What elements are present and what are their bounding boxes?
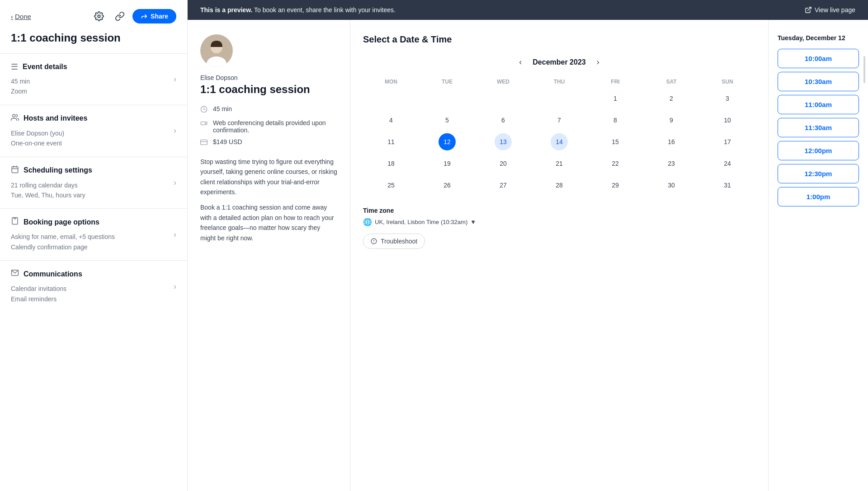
calendar-day[interactable]: 24 <box>719 155 736 172</box>
calendar-day[interactable]: 8 <box>607 112 624 129</box>
hosts-row[interactable]: Hosts and invitees Elise Dopson (you) On… <box>11 113 176 149</box>
calendar-day[interactable]: 31 <box>719 177 736 194</box>
timeslot-button[interactable]: 11:30am <box>778 118 859 137</box>
scheduling-title: Scheduling settings <box>24 166 92 174</box>
calendar-day[interactable]: 14 <box>551 133 568 150</box>
event-details-header: ☰ Event details <box>11 62 174 72</box>
comms-row[interactable]: Communications Calendar invitations Emai… <box>11 269 176 304</box>
clipboard-icon <box>11 217 19 227</box>
calendar-day[interactable]: 4 <box>382 112 400 129</box>
description-2: Book a 1:1 coaching session and come awa… <box>200 202 337 243</box>
video-icon <box>200 120 208 129</box>
timezone-selector[interactable]: 🌐 UK, Ireland, Lisbon Time (10:32am) ▼ <box>363 218 755 226</box>
timeslot-button[interactable]: 10:30am <box>778 72 859 91</box>
troubleshoot-button[interactable]: Troubleshoot <box>363 234 425 249</box>
menu-icon: ☰ <box>11 62 18 72</box>
calendar-day[interactable]: 28 <box>551 177 568 194</box>
hosts-header: Hosts and invitees <box>11 113 174 124</box>
calendar-day[interactable]: 6 <box>495 112 512 129</box>
calendar-day[interactable]: 11 <box>382 133 400 150</box>
calendar-day[interactable]: 26 <box>439 177 456 194</box>
calendar-day[interactable]: 12 <box>439 133 456 150</box>
scheduling-row[interactable]: Scheduling settings 21 rolling calendar … <box>11 165 176 201</box>
back-link[interactable]: ‹ Done <box>11 13 31 20</box>
calendar-day[interactable]: 21 <box>551 155 568 172</box>
scheduling-hours: Tue, Wed, Thu, hours vary <box>11 190 174 200</box>
duration-text: 45 min <box>213 105 232 112</box>
conferencing-text: Web conferencing details provided upon c… <box>213 119 337 134</box>
calendar-day[interactable]: 29 <box>607 177 624 194</box>
calendar-day[interactable]: 10 <box>719 112 736 129</box>
comms-header: Communications <box>11 269 174 279</box>
event-details-zoom: Zoom <box>11 86 174 96</box>
event-details-row[interactable]: ☰ Event details 45 min Zoom › <box>11 62 176 97</box>
share-button[interactable]: Share <box>132 9 176 23</box>
calendar-day[interactable]: 3 <box>719 90 736 107</box>
hosts-type: One-on-one event <box>11 138 174 148</box>
calendar-title: Select a Date & Time <box>363 34 755 45</box>
mail-icon <box>11 269 19 279</box>
timeslots-title: Tuesday, December 12 <box>778 34 859 42</box>
calendar-day[interactable]: 22 <box>607 155 624 172</box>
booking-confirmation: Calendly confirmation page <box>11 242 174 252</box>
calendar-empty-day <box>439 90 456 107</box>
svg-line-8 <box>808 7 811 10</box>
calendar-month: December 2023 <box>533 58 585 66</box>
calendar-day[interactable]: 1 <box>607 90 624 107</box>
host-name: Elise Dopson <box>200 74 337 81</box>
calendar-day-header: SAT <box>643 76 699 88</box>
event-details-title: Event details <box>23 63 67 71</box>
back-arrow-icon: ‹ <box>11 13 13 20</box>
timezone-section: Time zone 🌐 UK, Ireland, Lisbon Time (10… <box>363 207 755 249</box>
timeslot-button[interactable]: 12:00pm <box>778 141 859 160</box>
main-content: This is a preview. To book an event, sha… <box>188 0 868 491</box>
calendar-day[interactable]: 23 <box>663 155 680 172</box>
view-live-link[interactable]: View live page <box>805 6 855 14</box>
chevron-icon: › <box>174 282 176 291</box>
calendar-day[interactable]: 27 <box>495 177 512 194</box>
preview-text: To book an event, share the link with yo… <box>254 6 396 14</box>
duration-row: 45 min <box>200 105 337 115</box>
event-details-content: ☰ Event details 45 min Zoom <box>11 62 174 97</box>
timeslot-button[interactable]: 12:30pm <box>778 164 859 183</box>
back-label: Done <box>15 13 31 20</box>
prev-month-button[interactable]: ‹ <box>517 56 524 69</box>
timeslot-button[interactable]: 1:00pm <box>778 187 859 206</box>
timeslot-button[interactable]: 11:00am <box>778 95 859 114</box>
comms-title: Communications <box>24 270 82 278</box>
calendar-day-header: FRI <box>587 76 643 88</box>
calendar-day-header: SUN <box>699 76 755 88</box>
hosts-title: Hosts and invitees <box>24 114 87 122</box>
calendar-day[interactable]: 25 <box>382 177 400 194</box>
calendar-day[interactable]: 16 <box>663 133 680 150</box>
svg-rect-14 <box>201 122 205 125</box>
timezone-value: UK, Ireland, Lisbon Time (10:32am) <box>375 219 467 225</box>
timeslot-button[interactable]: 10:00am <box>778 49 859 68</box>
booking-content: Booking page options Asking for name, em… <box>11 217 174 252</box>
event-details-duration: 45 min <box>11 76 174 86</box>
calendar-day[interactable]: 30 <box>663 177 680 194</box>
calendar-day[interactable]: 13 <box>495 133 512 150</box>
next-month-button[interactable]: › <box>595 56 601 69</box>
calendar-day[interactable]: 2 <box>663 90 680 107</box>
calendar-day[interactable]: 7 <box>551 112 568 129</box>
comms-calendar: Calendar invitations <box>11 284 174 294</box>
calendar-day[interactable]: 15 <box>607 133 624 150</box>
event-description: Stop wasting time trying to figure out e… <box>200 157 337 243</box>
booking-title: Booking page options <box>24 218 99 226</box>
settings-button[interactable] <box>91 8 107 24</box>
calendar-day[interactable]: 17 <box>719 133 736 150</box>
calendar-day[interactable]: 9 <box>663 112 680 129</box>
comms-content: Communications Calendar invitations Emai… <box>11 269 174 304</box>
booking-header: Booking page options <box>11 217 174 227</box>
event-title: 1:1 coaching session <box>0 30 187 53</box>
calendar-day[interactable]: 5 <box>439 112 456 129</box>
booking-row[interactable]: Booking page options Asking for name, em… <box>11 217 176 252</box>
comms-email: Email reminders <box>11 294 174 304</box>
calendar-day[interactable]: 18 <box>382 155 400 172</box>
calendar-day-header: TUE <box>419 76 475 88</box>
booking-questions: Asking for name, email, +5 questions <box>11 232 174 242</box>
calendar-day[interactable]: 20 <box>495 155 512 172</box>
link-button[interactable] <box>112 8 128 24</box>
calendar-day[interactable]: 19 <box>439 155 456 172</box>
